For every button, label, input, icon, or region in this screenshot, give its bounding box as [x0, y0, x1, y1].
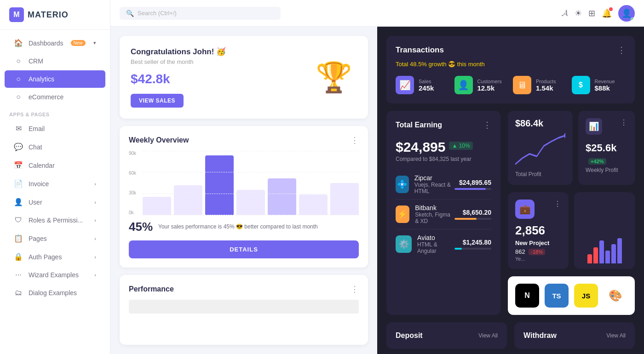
search-bar[interactable]: 🔍 Search (Ctrl+/) [120, 7, 281, 20]
online-indicator [631, 17, 634, 21]
congrats-amount: $42.8k [131, 72, 226, 86]
sidebar-item-analytics[interactable]: ○ Analytics [5, 70, 105, 88]
sidebar: M MATERIO 🏠 Dashboards New ▾ ○ CRM ○ Ana… [0, 0, 110, 354]
nav-label-roles: Roles & Permissi... [29, 217, 83, 224]
arrow-dashboards: ▾ [93, 40, 96, 46]
view-sales-button[interactable]: VIEW SALES [131, 94, 184, 108]
new-project-menu-button[interactable]: ⋮ [554, 200, 561, 208]
nav-icon-invoice: 📄 [14, 179, 23, 188]
withdraw-card: Withdraw View All [514, 322, 635, 349]
theme-icon[interactable]: ☀ [575, 8, 582, 18]
zipcar-progress [454, 188, 491, 190]
sidebar-item-pages[interactable]: 📋 Pages › [5, 229, 105, 247]
header: 🔍 Search (Ctrl+/) 𝓐 ☀ ⊞ 🔔 👤 [110, 0, 644, 27]
nav-label-analytics: Analytics [29, 75, 54, 83]
sidebar-item-crm[interactable]: ○ CRM [5, 52, 105, 70]
weekly-overview-card: Weekly Overview ⋮ 90k 60k 30k 0k [120, 126, 368, 268]
performance-row: 45% Your sales performance is 45% 😎 bett… [129, 220, 359, 234]
aviato-icon: ⚙️ [396, 235, 412, 253]
main-area: 🔍 Search (Ctrl+/) 𝓐 ☀ ⊞ 🔔 👤 Congratulati… [110, 0, 644, 354]
content-right: Transactions ⋮ Total 48.5% growth 😎 this… [377, 27, 644, 354]
content-left: Congratulations John! 🥳 Best seller of t… [110, 27, 377, 354]
trans-customers: 👤 Customers 12.5k [454, 76, 509, 94]
performance-title: Performance [129, 285, 174, 293]
logo-text: MATERIO [28, 10, 69, 20]
aviato-progress [454, 248, 491, 250]
sidebar-item-dialog[interactable]: 🗂 Dialog Examples [5, 284, 105, 302]
nav-icon-ecommerce: ○ [14, 93, 23, 101]
sidebar-item-dashboards[interactable]: 🏠 Dashboards New ▾ [5, 34, 105, 52]
y-axis: 90k 60k 30k 0k [129, 151, 136, 215]
logo: M MATERIO [0, 0, 110, 30]
arrow-roles: › [94, 217, 96, 223]
spark-bars [581, 236, 627, 263]
trans-sales: 📈 Sales 245k [396, 76, 450, 94]
deposit-view-all[interactable]: View All [478, 332, 498, 339]
sidebar-item-email[interactable]: ✉ Email [5, 120, 105, 137]
weekly-menu-button[interactable]: ⋮ [351, 135, 359, 145]
earning-bitbank: ⚡ Bitbank Sketch, Figma & XD $8,650.20 [396, 200, 491, 229]
profit-big-amount: $86.4k [515, 118, 565, 129]
nav-label-wizard: Wizard Examples [29, 271, 79, 279]
nav-label-user: User [29, 199, 42, 206]
notifications-icon[interactable]: 🔔 [602, 8, 612, 18]
transactions-menu-button[interactable]: ⋮ [617, 45, 626, 55]
translate-icon[interactable]: 𝓐 [562, 8, 568, 18]
bottom-right-row: Deposit View All Withdraw View All [386, 322, 635, 349]
sidebar-item-ecommerce[interactable]: ○ eCommerce [5, 88, 105, 106]
weekly-bar-chart: 90k 60k 30k 0k [129, 151, 359, 215]
search-placeholder: Search (Ctrl+/) [138, 10, 177, 17]
weekly-header: Weekly Overview ⋮ [129, 135, 359, 145]
svg-point-0 [564, 133, 565, 138]
transactions-header: Transactions ⋮ [396, 45, 626, 55]
profit-menu-button[interactable]: ⋮ [620, 118, 627, 127]
congrats-title: Congratulations John! 🥳 [131, 47, 226, 57]
earning-amount: $24,895 [396, 139, 445, 155]
avatar[interactable]: 👤 [618, 5, 635, 22]
nav-icon-pages: 📋 [14, 234, 23, 243]
earning-aviato: ⚙️ Aviato HTML & Angular $1,245.80 [396, 229, 491, 259]
nav-icon-wizard: ··· [14, 271, 23, 279]
sidebar-item-auth[interactable]: 🔒 Auth Pages › [5, 248, 105, 266]
sidebar-item-user[interactable]: 👤 User › [5, 193, 105, 211]
products-icon: 🖥 [513, 76, 531, 94]
withdraw-title: Withdraw [523, 331, 557, 340]
nav-icon-calendar: 📅 [14, 161, 23, 170]
nav-icon-auth: 🔒 [14, 252, 23, 261]
performance-header: Performance ⋮ [129, 284, 359, 294]
ts-logo: TS [545, 284, 569, 308]
details-button[interactable]: DETAILS [129, 240, 359, 258]
content: Congratulations John! 🥳 Best seller of t… [110, 27, 644, 354]
new-project-sub-value: 862 [515, 248, 525, 255]
profit-chart-label: Total Profit [515, 171, 565, 177]
performance-menu-button[interactable]: ⋮ [351, 284, 359, 294]
sidebar-item-chat[interactable]: 💬 Chat [5, 138, 105, 156]
arrow-wizard: › [94, 272, 96, 278]
profit-row: $86.4k Total Profit 📊 ⋮ [508, 111, 635, 185]
nav-icon-dashboards: 🏠 [14, 39, 23, 47]
new-project-badge: -18% [529, 249, 545, 255]
sidebar-item-calendar[interactable]: 📅 Calendar [5, 156, 105, 174]
congrats-subtitle: Best seller of the month [131, 58, 226, 65]
transactions-grid: 📈 Sales 245k 👤 Customers 12.5k [396, 76, 626, 94]
sidebar-item-wizard[interactable]: ··· Wizard Examples › [5, 266, 105, 284]
sidebar-item-roles[interactable]: 🛡 Roles & Permissi... › [5, 211, 105, 229]
figma-logo: 🎨 [604, 284, 627, 308]
nav-label-dashboards: Dashboards [29, 40, 63, 47]
sidebar-item-invoice[interactable]: 📄 Invoice › [5, 175, 105, 193]
arrow-auth: › [94, 254, 96, 260]
tech-logos-card: N TS JS 🎨 [508, 276, 635, 315]
earning-menu-button[interactable]: ⋮ [483, 120, 491, 130]
nav-label-ecommerce: eCommerce [29, 93, 63, 101]
revenue-icon: $ [572, 76, 590, 94]
withdraw-view-all[interactable]: View All [606, 332, 626, 339]
earning-zipcar: 💠 Zipcar Vuejs, React & HTML $24,895.65 [396, 170, 491, 200]
total-profit-stat-card: 📊 ⋮ $25.6k +42% Weekly Profit [578, 111, 635, 185]
profit-badge: +42% [588, 158, 606, 165]
deposit-card: Deposit View All [386, 322, 507, 349]
profit-line-chart [515, 131, 565, 167]
perf-text: Your sales performance is 45% 😎 better c… [158, 223, 318, 231]
nav-label-crm: CRM [29, 57, 43, 65]
grid-icon[interactable]: ⊞ [588, 8, 595, 18]
arrow-pages: › [94, 236, 96, 241]
